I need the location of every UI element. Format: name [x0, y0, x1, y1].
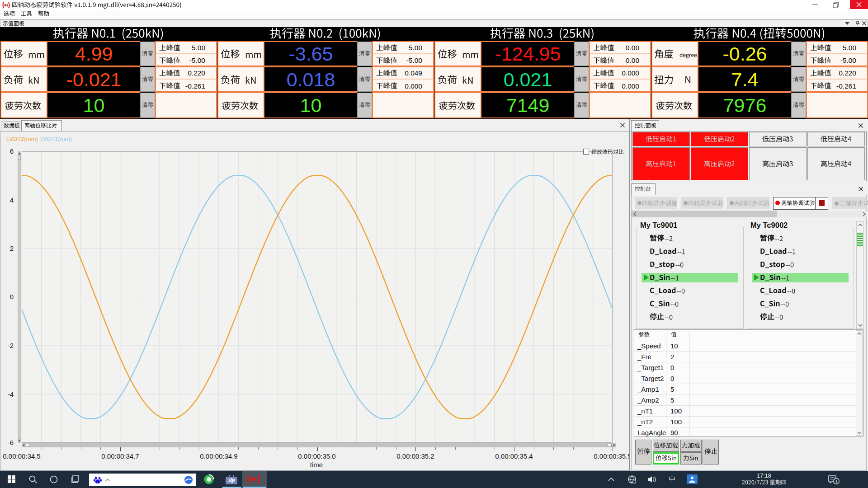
svg-text:1: 1 [835, 479, 837, 484]
